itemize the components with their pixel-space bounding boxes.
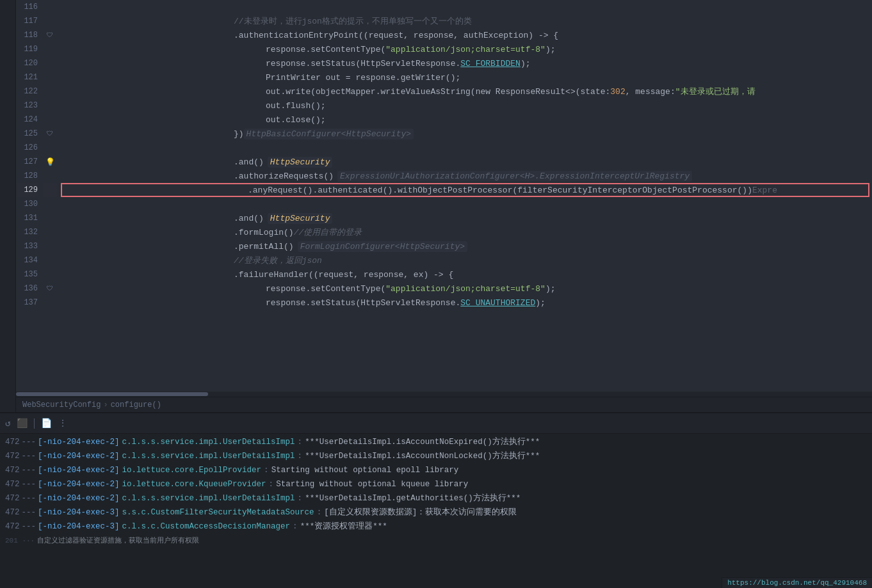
line-number: 124 — [16, 113, 38, 127]
scrollbar-horizontal[interactable] — [16, 392, 872, 397]
log-line: 472 --- [-nio-204-exec-2] c.l.s.s.servic… — [5, 435, 867, 449]
code-line-119: response.setContentType("application/jso… — [61, 42, 872, 56]
code-line-131: .and()HttpSecurity — [61, 211, 872, 225]
code-line-132: .formLogin() //使用自带的登录 — [61, 225, 872, 239]
line-number: 128 — [16, 169, 38, 183]
line-number: 130 — [16, 197, 38, 211]
line-number: 127 — [16, 155, 38, 169]
code-line-117: //未登录时，进行json格式的提示，不用单独写一个又一个的类 — [61, 14, 872, 28]
line-number: 133 — [16, 239, 38, 253]
code-line-135: .failureHandler((request, response, ex) … — [61, 267, 872, 282]
line-number: 136 — [16, 282, 38, 296]
log-line: 472 --- [-nio-204-exec-2] io.lettuce.cor… — [5, 477, 867, 491]
code-line-125: }) HttpBasicConfigurer<HttpSecurity> — [61, 127, 872, 141]
log-line: 472 --- [-nio-204-exec-2] c.l.s.s.servic… — [5, 449, 867, 463]
line-number: 134 — [16, 253, 38, 267]
line-number: 116 — [16, 0, 38, 14]
stop-icon[interactable]: ⬛ — [17, 418, 28, 429]
gutter: 🛡 🛡 💡 — [43, 0, 57, 392]
code-line-121: PrintWriter out = response.getWriter(); — [61, 70, 872, 84]
line-number: 132 — [16, 225, 38, 239]
terminal-content[interactable]: 472 --- [-nio-204-exec-2] c.l.s.s.servic… — [0, 434, 872, 588]
shield-icon-125: 🛡 — [43, 127, 57, 141]
code-editor[interactable]: 116 117 118 119 120 121 122 123 124 125 … — [16, 0, 872, 412]
log-line: 201 ··· 自定义过滤器验证资源措施，获取当前用户所有权限 — [5, 534, 867, 548]
shield-icon-118: 🛡 — [43, 28, 57, 42]
line-number: 126 — [16, 141, 38, 155]
code-line-128: .authorizeRequests()ExpressionUrlAuthori… — [61, 169, 872, 183]
code-line-120: response.setStatus(HttpServletResponse.S… — [61, 56, 872, 70]
line-number: 121 — [16, 70, 38, 84]
log-line: 472 --- [-nio-204-exec-3] s.s.c.CustomFi… — [5, 505, 867, 520]
line-number: 137 — [16, 296, 38, 310]
terminal-toolbar: ↺ ⬛ 📄 ⋮ — [0, 413, 872, 434]
left-sidebar — [0, 0, 16, 412]
log-line: 472 --- [-nio-204-exec-2] io.lettuce.cor… — [5, 463, 867, 477]
bulb-icon-127: 💡 — [43, 155, 57, 169]
line-number: 119 — [16, 42, 38, 56]
terminal-panel: ↺ ⬛ 📄 ⋮ 472 --- [-nio-204-exec-2] c.l.s.… — [0, 412, 872, 588]
code-content[interactable]: //未登录时，进行json格式的提示，不用单独写一个又一个的类 .authent… — [57, 0, 872, 392]
editor-section: 116 117 118 119 120 121 122 123 124 125 … — [0, 0, 872, 412]
code-line-127: .and()HttpSecurity — [61, 155, 872, 169]
code-line-137: response.setStatus(HttpServletResponse.S… — [61, 296, 872, 310]
code-line-130 — [61, 197, 872, 211]
code-line-133: .permitAll()FormLoginConfigurer<HttpSecu… — [61, 239, 872, 253]
more-icon[interactable]: ⋮ — [58, 418, 67, 429]
breadcrumb-file: WebSecurityConfig — [22, 401, 101, 409]
url-statusbar: https://blog.csdn.net/qq_42910468 — [722, 577, 872, 588]
code-line-136: response.setContentType("application/jso… — [61, 282, 872, 296]
line-number: 120 — [16, 56, 38, 70]
line-number: 122 — [16, 84, 38, 99]
code-line-118: .authenticationEntryPoint((request, resp… — [61, 28, 872, 42]
code-line-124: out.close(); — [61, 113, 872, 127]
line-number: 117 — [16, 14, 38, 28]
code-line-129-boxed: .anyRequest().authenticated().withObject… — [61, 183, 869, 197]
log-line: 472 --- [-nio-204-exec-3] c.l.s.c.Custom… — [5, 520, 867, 534]
breadcrumb-bar: WebSecurityConfig › configure() — [16, 397, 872, 412]
code-line-126 — [61, 141, 872, 155]
log-line: 472 --- [-nio-204-exec-2] c.l.s.s.servic… — [5, 491, 867, 505]
code-line-116 — [61, 0, 872, 14]
refresh-icon[interactable]: ↺ — [5, 418, 10, 429]
code-line-134: //登录失败，返回json — [61, 253, 872, 267]
shield-icon-135: 🛡 — [43, 282, 57, 296]
breadcrumb-separator: › — [103, 401, 108, 409]
line-number: 135 — [16, 267, 38, 282]
file-icon[interactable]: 📄 — [41, 418, 52, 429]
code-line-123: out.flush(); — [61, 99, 872, 113]
line-number: 118 — [16, 28, 38, 42]
line-number: 125 — [16, 127, 38, 141]
line-number-active: 129 — [16, 183, 38, 197]
divider — [34, 418, 35, 429]
line-number: 123 — [16, 99, 38, 113]
breadcrumb-method: configure() — [111, 401, 161, 409]
code-line-122: out.write(objectMapper.writeValueAsStrin… — [61, 84, 872, 99]
line-numbers: 116 117 118 119 120 121 122 123 124 125 … — [16, 0, 43, 392]
line-number: 131 — [16, 211, 38, 225]
